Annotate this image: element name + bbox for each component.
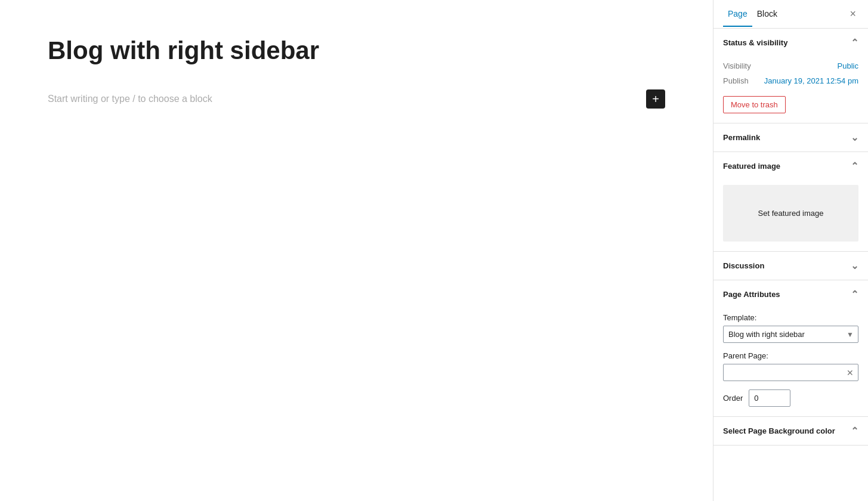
tab-block[interactable]: Block	[752, 2, 782, 27]
section-discussion-header[interactable]: Discussion ⌄	[713, 252, 868, 280]
section-page-attributes-header[interactable]: Page Attributes ⌃	[713, 280, 868, 308]
section-permalink-header[interactable]: Permalink ⌄	[713, 123, 868, 151]
chevron-down-icon: ⌄	[851, 132, 858, 143]
section-page-background-color-title: Select Page Background color	[723, 426, 835, 435]
publish-label: Publish	[723, 76, 749, 85]
section-featured-image: Featured image ⌃ Set featured image	[713, 152, 868, 252]
page-title[interactable]: Blog with right sidebar	[48, 36, 665, 66]
plus-icon: +	[652, 93, 659, 105]
sidebar: Page Block × Status & visibility ⌃ Visib…	[713, 0, 868, 501]
tab-page[interactable]: Page	[723, 2, 752, 27]
chevron-up-icon-bg-color: ⌃	[851, 425, 858, 437]
editor-content-area: Start writing or type / to choose a bloc…	[48, 89, 665, 109]
parent-page-input[interactable]	[723, 364, 858, 381]
section-page-background-color: Select Page Background color ⌃	[713, 417, 868, 446]
parent-page-clear-button[interactable]: ✕	[847, 368, 854, 378]
section-status-visibility-content: Visibility Public Publish January 19, 20…	[713, 57, 868, 123]
section-discussion: Discussion ⌄	[713, 252, 868, 280]
visibility-label: Visibility	[723, 61, 751, 70]
visibility-row: Visibility Public	[723, 61, 858, 70]
sidebar-close-button[interactable]: ×	[847, 5, 858, 23]
chevron-up-icon: ⌃	[851, 37, 858, 48]
order-row: Order	[723, 389, 858, 407]
section-page-attributes: Page Attributes ⌃ Template: Blog with ri…	[713, 280, 868, 417]
add-block-button[interactable]: +	[646, 89, 665, 109]
template-select[interactable]: Blog with right sidebar Default Template…	[723, 326, 858, 343]
editor-main: Blog with right sidebar Start writing or…	[0, 0, 713, 501]
section-featured-image-content: Set featured image	[713, 180, 868, 251]
template-label: Template:	[723, 313, 858, 322]
order-input[interactable]	[749, 389, 790, 407]
visibility-value[interactable]: Public	[838, 61, 858, 70]
section-status-visibility-header[interactable]: Status & visibility ⌃	[713, 29, 868, 57]
section-status-visibility-title: Status & visibility	[723, 38, 787, 47]
section-featured-image-header[interactable]: Featured image ⌃	[713, 152, 868, 180]
editor-placeholder: Start writing or type / to choose a bloc…	[48, 94, 639, 104]
publish-value[interactable]: January 19, 2021 12:54 pm	[764, 76, 858, 85]
section-permalink-title: Permalink	[723, 133, 760, 142]
move-to-trash-button[interactable]: Move to trash	[723, 96, 786, 113]
section-page-attributes-content: Template: Blog with right sidebar Defaul…	[713, 308, 868, 416]
section-discussion-title: Discussion	[723, 261, 764, 270]
parent-page-input-wrapper: ✕	[723, 364, 858, 381]
sidebar-tabs: Page Block ×	[713, 0, 868, 29]
publish-row: Publish January 19, 2021 12:54 pm	[723, 76, 858, 85]
order-label: Order	[723, 394, 743, 403]
chevron-up-icon-page-attrs: ⌃	[851, 289, 858, 300]
section-permalink: Permalink ⌄	[713, 123, 868, 152]
section-status-visibility: Status & visibility ⌃ Visibility Public …	[713, 29, 868, 123]
section-featured-image-title: Featured image	[723, 162, 780, 171]
section-page-background-color-header[interactable]: Select Page Background color ⌃	[713, 417, 868, 445]
template-select-wrapper: Blog with right sidebar Default Template…	[723, 326, 858, 343]
chevron-up-icon-featured: ⌃	[851, 160, 858, 172]
set-featured-image-button[interactable]: Set featured image	[723, 185, 858, 242]
section-page-attributes-title: Page Attributes	[723, 290, 780, 299]
chevron-down-icon-discussion: ⌄	[851, 260, 858, 271]
parent-page-label: Parent Page:	[723, 351, 858, 360]
